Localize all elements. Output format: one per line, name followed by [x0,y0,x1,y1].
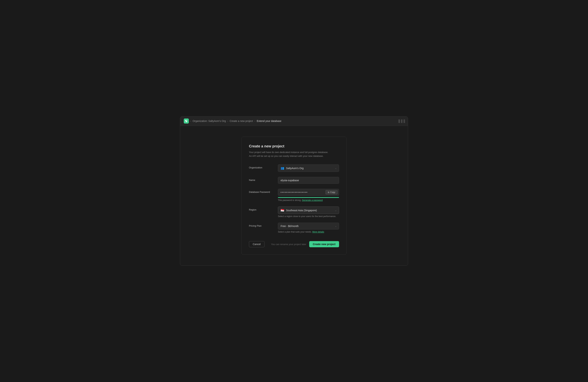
password-input-group: ⧉ Copy This password is strong. Generate… [278,189,339,202]
name-input-group [278,177,339,184]
form-description: Your project will have its own dedicated… [249,151,339,158]
create-project-button[interactable]: Create new project [309,241,339,247]
region-label: Region [249,207,274,211]
organization-label: Organization [249,164,274,169]
pricing-hint-text: Select a plan that suits your needs. [278,231,312,233]
copy-icon: ⧉ [328,191,329,193]
pricing-field: Pricing Plan Free - $0/month ⌄ Select a … [249,223,339,233]
password-strength-text: This password is strong. [278,199,301,202]
form-card: Create a new project Your project will h… [242,137,346,255]
cancel-button[interactable]: Cancel [249,241,265,247]
region-field: Region 🇸🇬 Southeast Asia (Singapore) ⌄ S… [249,207,339,218]
organization-select[interactable]: 👥 SaltyAom's Org ⌄ [278,164,339,172]
app-window: › Organization: SaltyAom's Org › Create … [180,116,408,266]
breadcrumb-separator-2: › [254,119,255,122]
password-strength-bar [278,197,339,198]
copy-button[interactable]: ⧉ Copy [326,190,338,194]
form-description-line2: An API will be set up so you can easily … [249,155,323,157]
copy-label: Copy [330,191,335,193]
pricing-label: Pricing Plan [249,223,274,227]
organization-value: SaltyAom's Org [286,167,304,170]
region-input-group: 🇸🇬 Southeast Asia (Singapore) ⌄ Select a… [278,207,339,218]
name-input[interactable] [278,177,339,184]
breadcrumb: › Organization: SaltyAom's Org › Create … [190,119,281,122]
name-field: Name [249,177,339,184]
password-hint: This password is strong. Generate a pass… [278,199,339,202]
form-description-line1: Your project will have its own dedicated… [249,151,328,153]
pricing-input-group: Free - $0/month ⌄ Select a plan that sui… [278,223,339,233]
pricing-select[interactable]: Free - $0/month ⌄ [278,223,339,229]
password-field: Database Password ⧉ Copy This password i… [249,189,339,202]
window-control-3 [403,119,405,123]
window-control-2 [401,119,402,123]
password-label: Database Password [249,189,274,193]
breadcrumb-new-project[interactable]: Create a new project [230,119,253,122]
chevron-down-icon: ⌄ [335,167,337,170]
main-content: Create a new project Your project will h… [180,126,408,266]
name-label: Name [249,177,274,181]
window-controls [399,119,405,123]
organization-field: Organization 👥 SaltyAom's Org ⌄ [249,164,339,172]
breadcrumb-separator-1: › [227,119,228,122]
region-hint: Select a region close to your users for … [278,215,339,218]
org-people-icon: 👥 [281,166,284,170]
window-control-1 [399,119,400,123]
password-strength-fill [278,197,339,198]
rename-hint: You can rename your project later [271,243,306,246]
more-details-link[interactable]: More details [312,231,324,233]
password-wrapper: ⧉ Copy [278,189,339,196]
region-flag-icon: 🇸🇬 [281,209,284,212]
region-select[interactable]: 🇸🇬 Southeast Asia (Singapore) ⌄ [278,207,339,214]
pricing-hint: Select a plan that suits your needs. Mor… [278,231,339,233]
titlebar: › Organization: SaltyAom's Org › Create … [180,116,408,126]
pricing-chevron-icon: ⌄ [335,225,337,227]
generate-password-link[interactable]: Generate a password [302,199,323,202]
region-value: Southeast Asia (Singapore) [286,209,317,212]
breadcrumb-org[interactable]: Organization: SaltyAom's Org [193,119,226,122]
breadcrumb-extend-db: Extend your database [257,119,281,122]
pricing-value: Free - $0/month [281,225,299,228]
supabase-logo[interactable] [184,118,189,124]
actions-right: You can rename your project later Create… [271,241,339,247]
form-title: Create a new project [249,144,339,148]
breadcrumb-separator-0: › [190,119,191,122]
form-actions: Cancel You can rename your project later… [249,238,339,247]
organization-input-group: 👥 SaltyAom's Org ⌄ [278,164,339,172]
region-chevron-icon: ⌄ [335,209,337,212]
